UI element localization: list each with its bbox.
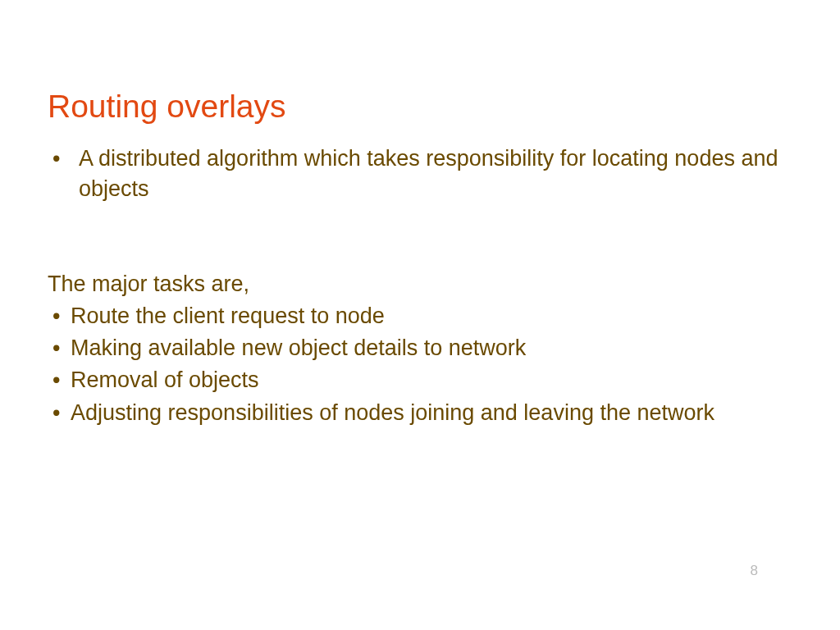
- slide: Routing overlays • A distributed algorit…: [0, 0, 840, 630]
- slide-content: • A distributed algorithm which takes re…: [48, 144, 783, 428]
- task-text: Adjusting responsibilities of nodes join…: [71, 398, 783, 428]
- task-text: Removal of objects: [71, 365, 783, 395]
- list-item: • Removal of objects: [48, 365, 783, 395]
- task-text: Making available new object details to n…: [71, 333, 783, 363]
- bullet-icon: •: [48, 365, 71, 395]
- slide-title: Routing overlays: [48, 89, 285, 125]
- task-list: • Route the client request to node • Mak…: [48, 301, 783, 428]
- intro-bullet: • A distributed algorithm which takes re…: [48, 144, 783, 205]
- task-text: Route the client request to node: [71, 301, 783, 331]
- bullet-icon: •: [48, 333, 71, 363]
- tasks-heading: The major tasks are,: [48, 269, 783, 299]
- bullet-icon: •: [48, 301, 71, 331]
- intro-text: A distributed algorithm which takes resp…: [71, 144, 783, 205]
- bullet-icon: •: [48, 398, 71, 428]
- bullet-icon: •: [48, 144, 71, 174]
- list-item: • Adjusting responsibilities of nodes jo…: [48, 398, 783, 428]
- page-number: 8: [751, 563, 758, 579]
- list-item: • Route the client request to node: [48, 301, 783, 331]
- list-item: • Making available new object details to…: [48, 333, 783, 363]
